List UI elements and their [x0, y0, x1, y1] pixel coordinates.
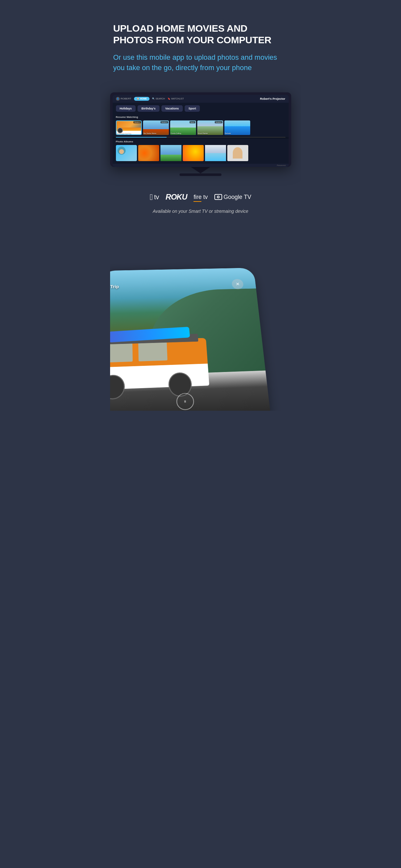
roku-text: ROKU [166, 192, 187, 202]
page-wrapper: UPLOAD HOME MOVIES AND PHOTOS FROM YOUR … [100, 0, 301, 434]
category-holidays[interactable]: Holidays [116, 105, 136, 112]
thumb-label-1: West Coast Surf Trip [117, 132, 131, 134]
pause-icon: ⏸ [183, 400, 187, 403]
tv-stand-neck [191, 167, 210, 174]
thumb-barbado[interactable]: Barbado [224, 120, 250, 135]
tv-nav: 👤 ROBERT 🏠 HOME 🔍 SEARCH 🔖 WATCHLIST [113, 95, 289, 103]
tv-stand-base [180, 174, 221, 176]
tv-nav-user: 👤 ROBERT [116, 97, 131, 101]
phone-van-body [110, 338, 210, 390]
thumb-mount-rainier[interactable]: Mount Rainier Vacations [197, 120, 223, 135]
tv-stand [110, 167, 291, 174]
photo-albums-label: Photo Albums [113, 139, 289, 144]
tv-progress-bar[interactable] [116, 137, 285, 137]
van-wheel-1 [110, 375, 125, 400]
thumb-label-4: Mount Rainier [198, 132, 208, 134]
search-icon: 🔍 [152, 97, 155, 100]
apple-tv-logo:  tv [150, 192, 159, 202]
smart-tv-section:  tv ROKU fire tv Google TV [110, 182, 291, 206]
tv-nav-home-btn[interactable]: 🏠 HOME [134, 97, 150, 101]
apple-icon:  [150, 192, 153, 202]
category-vacations[interactable]: Vacations [161, 105, 183, 112]
search-label: SEARCH [156, 97, 165, 100]
hero-title: UPLOAD HOME MOVIES AND PHOTOS FROM YOUR … [113, 23, 288, 46]
fire-tv-text: fire tv [193, 194, 208, 200]
home-label: HOME [140, 97, 147, 100]
thumb-label-5: Barbado [225, 132, 231, 134]
resume-watching-label: Resume Watching [113, 114, 289, 119]
watchlist-label: WATCHLIST [171, 97, 184, 100]
phone-screen: Trip × [110, 268, 271, 411]
tv-progress-fill [116, 137, 167, 137]
google-tv-icon [214, 194, 222, 200]
category-sports[interactable]: Sport [185, 105, 200, 112]
phone-mockup: Trip × [110, 223, 291, 411]
user-icon: 👤 [116, 97, 120, 101]
google-tv-icon-inner [217, 196, 220, 198]
phone-play-controls[interactable]: ⏸ [176, 393, 194, 410]
album-thumb-1[interactable] [116, 145, 137, 161]
thumb-bar-harbor[interactable]: Bar Harbor Maine Vacations [143, 120, 169, 135]
google-tv-text: Google TV [224, 194, 251, 200]
phone-frame: Trip × [110, 268, 271, 411]
tv-frame: 👤 ROBERT 🏠 HOME 🔍 SEARCH 🔖 WATCHLIST [110, 92, 291, 167]
tv-categories: Holidays Birthday's Vacations Sport [113, 103, 289, 114]
phone-section: Trip × [110, 223, 291, 411]
thumb-west-coast[interactable]: West Coast Surf Trip Vacations [116, 120, 142, 135]
thumb-badge-2: Vacations [160, 121, 168, 123]
user-label: ROBERT [121, 97, 131, 100]
thumb-florida-golfing[interactable]: Florida Golfing Sports [170, 120, 196, 135]
home-icon: 🏠 [136, 97, 140, 100]
thumb-badge-4: Vacations [215, 121, 222, 123]
tv-branding: Panasonic [113, 164, 289, 167]
fire-tv-logo: fire tv [193, 194, 208, 200]
van-window-2 [138, 342, 167, 361]
hero-subtitle: Or use this mobile app to upload photos … [113, 52, 288, 73]
apple-tv-text: tv [154, 193, 159, 201]
tv-thumbnails: West Coast Surf Trip Vacations Bar Harbo… [113, 119, 289, 137]
album-thumb-2[interactable] [138, 145, 159, 161]
phone-progress-area: ⏸ 00:00:45 / 01:06:36 [166, 392, 204, 410]
album-thumb-4[interactable] [183, 145, 204, 161]
album-thumb-3[interactable] [160, 145, 181, 161]
thumb-badge-3: Sports [189, 121, 195, 123]
tv-screen: 👤 ROBERT 🏠 HOME 🔍 SEARCH 🔖 WATCHLIST [113, 95, 289, 167]
tv-nav-watchlist[interactable]: 🔖 WATCHLIST [167, 97, 184, 100]
available-text: Available on your Smart TV or stremaing … [110, 206, 291, 220]
van-window-1 [110, 343, 133, 363]
thumb-badge-1: Vacations [133, 121, 141, 123]
thumb-label-3: Florida Golfing [171, 132, 181, 134]
album-thumb-6[interactable] [227, 145, 248, 161]
tv-album-thumbs [113, 144, 289, 164]
fire-tv-underline [193, 201, 201, 202]
tv-nav-search[interactable]: 🔍 SEARCH [152, 97, 165, 100]
tv-device-name: Robert's Projector [260, 97, 285, 100]
phone-video-label: Trip [110, 284, 119, 289]
phone-close-btn[interactable]: × [231, 279, 243, 289]
bookmark-icon: 🔖 [167, 97, 171, 100]
thumb-label-2: Bar Harbor Maine [144, 132, 156, 134]
google-tv-logo: Google TV [214, 194, 251, 200]
hero-section: UPLOAD HOME MOVIES AND PHOTOS FROM YOUR … [110, 16, 291, 83]
album-thumb-5[interactable] [205, 145, 226, 161]
roku-logo: ROKU [166, 192, 187, 202]
category-birthdays[interactable]: Birthday's [137, 105, 159, 112]
tv-section: 👤 ROBERT 🏠 HOME 🔍 SEARCH 🔖 WATCHLIST [110, 92, 291, 176]
